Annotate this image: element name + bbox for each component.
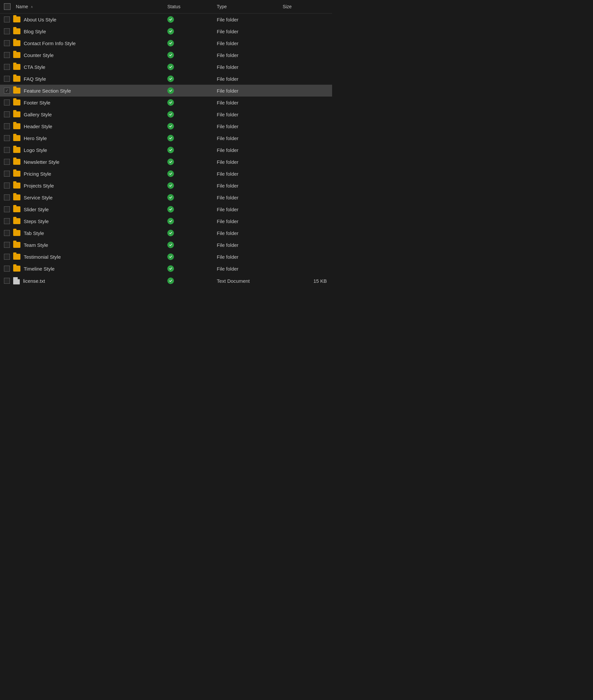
type-cell: File folder (214, 27, 280, 36)
folder-icon (13, 218, 21, 224)
select-all-checkbox[interactable] (4, 3, 10, 10)
item-name: license.txt (23, 278, 45, 284)
table-header: Name ∧ Status Type Size (0, 0, 332, 13)
status-header-label: Status (167, 4, 181, 9)
sync-status-icon (167, 242, 174, 248)
table-row[interactable]: Hero StyleFile folder (0, 132, 332, 144)
item-name: Footer Style (24, 100, 50, 106)
row-checkbox[interactable] (4, 147, 10, 153)
table-row[interactable]: Header StyleFile folder (0, 120, 332, 132)
size-cell (280, 18, 329, 21)
status-cell (165, 264, 214, 274)
row-checkbox[interactable] (4, 266, 10, 272)
table-row[interactable]: Counter StyleFile folder (0, 49, 332, 61)
row-checkbox[interactable] (4, 218, 10, 224)
name-cell: Service Style (0, 193, 165, 202)
sync-status-icon (167, 147, 174, 153)
item-name: CTA Style (24, 64, 45, 70)
item-name: Blog Style (24, 29, 46, 34)
row-checkbox[interactable] (4, 183, 10, 189)
status-cell (165, 38, 214, 48)
row-checkbox[interactable] (4, 100, 10, 106)
table-row[interactable]: About Us StyleFile folder (0, 13, 332, 25)
size-column-header[interactable]: Size (280, 2, 329, 11)
name-cell: Pricing Style (0, 169, 165, 178)
status-cell (165, 121, 214, 131)
table-row[interactable]: Footer StyleFile folder (0, 96, 332, 108)
row-checkbox[interactable] (4, 206, 10, 212)
name-cell: CTA Style (0, 62, 165, 72)
table-row[interactable]: Logo StyleFile folder (0, 144, 332, 156)
type-column-header[interactable]: Type (214, 2, 280, 11)
table-row[interactable]: ✓Feature Section StyleFile folder (0, 85, 332, 96)
row-checkbox[interactable] (4, 194, 10, 200)
row-checkbox[interactable] (4, 278, 10, 284)
row-checkbox[interactable] (4, 64, 10, 70)
folder-icon (13, 159, 21, 165)
type-cell: File folder (214, 169, 280, 178)
status-cell (165, 74, 214, 84)
sync-status-icon (167, 170, 174, 177)
name-cell: Tab Style (0, 228, 165, 238)
row-checkbox[interactable]: ✓ (4, 88, 10, 93)
table-row[interactable]: Team StyleFile folder (0, 239, 332, 251)
type-cell: File folder (214, 98, 280, 107)
row-checkbox[interactable] (4, 135, 10, 141)
table-row[interactable]: Testimonial StyleFile folder (0, 251, 332, 263)
row-checkbox[interactable] (4, 171, 10, 177)
row-checkbox[interactable] (4, 230, 10, 236)
name-cell: license.txt (0, 275, 165, 286)
size-cell (280, 184, 329, 187)
table-row[interactable]: Service StyleFile folder (0, 192, 332, 203)
row-checkbox[interactable] (4, 40, 10, 46)
row-checkbox[interactable] (4, 159, 10, 165)
name-cell: About Us Style (0, 15, 165, 24)
type-cell: File folder (214, 39, 280, 48)
table-row[interactable]: license.txtText Document15 KB (0, 275, 332, 287)
table-row[interactable]: Pricing StyleFile folder (0, 168, 332, 180)
row-checkbox[interactable] (4, 28, 10, 34)
row-checkbox[interactable] (4, 111, 10, 117)
item-name: Pricing Style (24, 171, 51, 177)
status-column-header[interactable]: Status (165, 2, 214, 11)
table-row[interactable]: CTA StyleFile folder (0, 61, 332, 73)
table-row[interactable]: Blog StyleFile folder (0, 25, 332, 37)
folder-icon (13, 123, 21, 129)
sync-status-icon (167, 75, 174, 82)
table-row[interactable]: Gallery StyleFile folder (0, 108, 332, 120)
row-checkbox[interactable] (4, 242, 10, 248)
size-cell (280, 65, 329, 69)
row-checkbox[interactable] (4, 16, 10, 23)
type-cell: File folder (214, 193, 280, 202)
size-cell (280, 231, 329, 235)
table-row[interactable]: Tab StyleFile folder (0, 227, 332, 239)
item-name: Team Style (24, 242, 48, 248)
row-checkbox[interactable] (4, 254, 10, 260)
name-cell: Header Style (0, 122, 165, 131)
folder-icon (13, 88, 21, 93)
type-cell: File folder (214, 146, 280, 155)
row-checkbox[interactable] (4, 76, 10, 82)
table-row[interactable]: Contact Form Info StyleFile folder (0, 37, 332, 49)
table-row[interactable]: Timeline StyleFile folder (0, 263, 332, 275)
size-cell (280, 53, 329, 57)
table-row[interactable]: Projects StyleFile folder (0, 180, 332, 192)
type-cell: File folder (214, 75, 280, 83)
table-row[interactable]: FAQ StyleFile folder (0, 73, 332, 85)
sync-status-icon (167, 265, 174, 272)
name-column-header[interactable]: Name ∧ (0, 2, 165, 11)
type-cell: File folder (214, 252, 280, 261)
status-cell (165, 62, 214, 72)
name-cell: Blog Style (0, 27, 165, 36)
size-cell (280, 243, 329, 246)
table-row[interactable]: Slider StyleFile folder (0, 203, 332, 215)
row-checkbox[interactable] (4, 52, 10, 58)
size-cell (280, 255, 329, 258)
type-cell: File folder (214, 110, 280, 119)
row-checkbox[interactable] (4, 123, 10, 129)
size-cell (280, 160, 329, 163)
sync-status-icon (167, 87, 174, 94)
table-row[interactable]: Newsletter StyleFile folder (0, 156, 332, 168)
table-row[interactable]: Steps StyleFile folder (0, 215, 332, 227)
sort-arrow-icon[interactable]: ∧ (31, 5, 33, 8)
